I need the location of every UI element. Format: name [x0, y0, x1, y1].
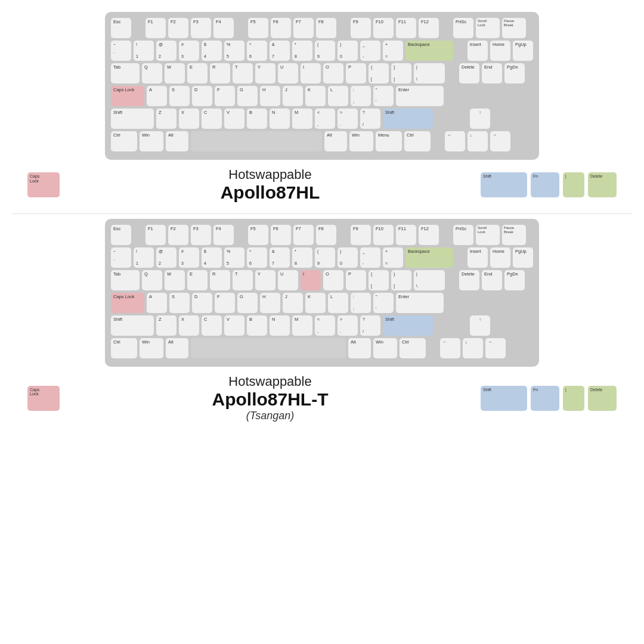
key-2[interactable]: @2: [156, 41, 177, 61]
key-y[interactable]: Y: [255, 63, 275, 83]
key-b[interactable]: B: [247, 109, 267, 129]
key-enter[interactable]: Enter: [396, 86, 444, 106]
key-c-2[interactable]: C: [202, 315, 222, 336]
key-j[interactable]: J: [283, 86, 303, 106]
key-extra-caps-lock-2[interactable]: CapsLock: [27, 386, 60, 411]
key-6[interactable]: ^6: [247, 41, 267, 61]
key-home-2[interactable]: Home: [490, 247, 510, 268]
key-enter-2[interactable]: Enter: [396, 293, 444, 313]
key-f[interactable]: F: [215, 86, 235, 106]
key-i-2[interactable]: I: [301, 270, 321, 290]
key-f12[interactable]: F12: [419, 18, 439, 38]
key-f1[interactable]: F1: [145, 18, 166, 38]
key-extra-delete-2[interactable]: Delete: [588, 386, 617, 411]
key-end-2[interactable]: End: [482, 270, 502, 290]
key-shift-left[interactable]: Shift: [111, 109, 154, 129]
key-m[interactable]: M: [292, 109, 312, 129]
key-7[interactable]: &7: [270, 41, 290, 61]
key-period-2[interactable]: >.: [338, 315, 358, 336]
key-arrow-left[interactable]: ←: [445, 131, 465, 151]
key-extra-shift-1[interactable]: Shift: [481, 172, 527, 197]
key-i[interactable]: I: [301, 63, 321, 83]
key-insert[interactable]: Insert: [467, 41, 488, 61]
key-scroll-lock[interactable]: ScrollLock: [476, 18, 500, 38]
key-f6[interactable]: F6: [271, 18, 291, 38]
key-f8[interactable]: F8: [316, 18, 336, 38]
key-f6-2[interactable]: F6: [271, 225, 291, 245]
key-x[interactable]: X: [179, 109, 199, 129]
key-8[interactable]: *8: [292, 41, 312, 61]
key-z-2[interactable]: Z: [156, 315, 177, 336]
key-delete-2[interactable]: Delete: [459, 270, 479, 290]
key-f1-2[interactable]: F1: [145, 225, 166, 245]
key-g-2[interactable]: G: [237, 293, 258, 313]
key-shift-left-2[interactable]: Shift: [111, 315, 154, 336]
key-comma[interactable]: <,: [315, 109, 335, 129]
key-f5-2[interactable]: F5: [248, 225, 268, 245]
key-a-2[interactable]: A: [147, 293, 167, 313]
key-t[interactable]: T: [233, 63, 253, 83]
key-f12-2[interactable]: F12: [419, 225, 439, 245]
key-pgup[interactable]: PgUp: [513, 41, 533, 61]
key-pause-break[interactable]: PauseBreak: [502, 18, 526, 38]
key-o-2[interactable]: O: [323, 270, 343, 290]
key-p-2[interactable]: P: [346, 270, 366, 290]
key-space-2[interactable]: [191, 338, 346, 358]
key-f10[interactable]: F10: [373, 18, 394, 38]
key-home[interactable]: Home: [490, 41, 510, 61]
key-shift-right[interactable]: Shift: [383, 109, 433, 129]
key-arrow-down[interactable]: ↓: [467, 131, 488, 151]
key-menu[interactable]: Menu: [376, 131, 402, 151]
key-r-2[interactable]: R: [210, 270, 230, 290]
key-u[interactable]: U: [278, 63, 298, 83]
key-pgup-2[interactable]: PgUp: [513, 247, 533, 268]
key-extra-delete-1[interactable]: Delete: [588, 172, 617, 197]
key-shift-right-2[interactable]: Shift: [383, 315, 433, 336]
key-f4-2[interactable]: F4: [213, 225, 234, 245]
key-6-2[interactable]: ^6: [247, 247, 267, 268]
key-extra-pipe-1[interactable]: |: [563, 172, 584, 197]
key-v-2[interactable]: V: [224, 315, 244, 336]
key-5[interactable]: %5: [224, 41, 244, 61]
key-lbracket-2[interactable]: {[: [369, 270, 389, 290]
key-f5[interactable]: F5: [248, 18, 268, 38]
key-tab[interactable]: Tab: [111, 63, 140, 83]
key-q-2[interactable]: Q: [142, 270, 162, 290]
key-d[interactable]: D: [192, 86, 212, 106]
key-a[interactable]: A: [147, 86, 167, 106]
key-semicolon[interactable]: :;: [351, 86, 371, 106]
key-delete[interactable]: Delete: [459, 63, 479, 83]
key-comma-2[interactable]: <,: [315, 315, 335, 336]
key-backspace[interactable]: Backspace: [405, 41, 453, 61]
key-minus[interactable]: _-: [360, 41, 380, 61]
key-pgdn-2[interactable]: PgDn: [504, 270, 525, 290]
key-alt-right[interactable]: Alt: [324, 131, 347, 151]
key-8-2[interactable]: *8: [292, 247, 312, 268]
key-arrow-up-2[interactable]: ↑: [470, 315, 490, 336]
key-pgdn[interactable]: PgDn: [504, 63, 525, 83]
key-k-2[interactable]: K: [305, 293, 326, 313]
key-extra-fn-1[interactable]: Fn: [531, 172, 559, 197]
key-esc-2[interactable]: Esc: [111, 225, 131, 245]
key-slash-2[interactable]: ?/: [360, 315, 380, 336]
key-w[interactable]: W: [165, 63, 185, 83]
key-arrow-right[interactable]: →: [490, 131, 510, 151]
key-lbracket[interactable]: {[: [369, 63, 389, 83]
key-p[interactable]: P: [346, 63, 366, 83]
key-w-2[interactable]: W: [165, 270, 185, 290]
key-arrow-down-2[interactable]: ↓: [463, 338, 483, 358]
key-arrow-left-2[interactable]: ←: [440, 338, 460, 358]
key-equals-2[interactable]: +=: [383, 247, 403, 268]
key-q[interactable]: Q: [142, 63, 162, 83]
key-end[interactable]: End: [482, 63, 502, 83]
key-v[interactable]: V: [224, 109, 244, 129]
key-f-2[interactable]: F: [215, 293, 235, 313]
key-ctrl-right-2[interactable]: Ctrl: [400, 338, 426, 358]
key-quote[interactable]: "': [373, 86, 394, 106]
key-3[interactable]: #3: [179, 41, 199, 61]
key-win-left[interactable]: Win: [140, 131, 163, 151]
key-ctrl-left-2[interactable]: Ctrl: [111, 338, 137, 358]
key-0[interactable]: )0: [338, 41, 358, 61]
key-h[interactable]: H: [260, 86, 280, 106]
key-equals[interactable]: +=: [383, 41, 403, 61]
